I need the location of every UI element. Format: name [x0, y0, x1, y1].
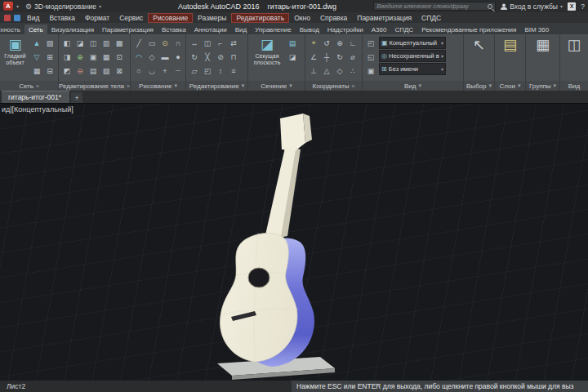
- workspace-switcher[interactable]: ⚙ 3D-моделирование ▾: [22, 2, 105, 11]
- ucs-tool-icon[interactable]: ⊕: [333, 36, 346, 50]
- solid-edit-tool-icon[interactable]: ⊡: [113, 50, 126, 64]
- viewport-canvas[interactable]: ид|[Концептуальный]: [0, 103, 588, 381]
- draw-tool-icon[interactable]: ◇: [145, 50, 158, 64]
- ucs-tool-icon[interactable]: ◇: [333, 64, 346, 78]
- mesh-tool-icon[interactable]: ⊟: [43, 64, 56, 78]
- viewport-icon[interactable]: ◫: [567, 37, 581, 53]
- help-icon[interactable]: ?: [581, 2, 585, 11]
- menu-servis[interactable]: Сервис: [114, 13, 148, 23]
- draw-tool-icon[interactable]: ○: [132, 64, 145, 78]
- draw-tool-icon[interactable]: ┈: [172, 64, 185, 78]
- section-tool-icon[interactable]: ▤: [286, 36, 299, 50]
- menu-okno[interactable]: Окно: [289, 13, 315, 23]
- tab-parametrizaciya[interactable]: Параметризация: [98, 24, 158, 34]
- panel-title-section[interactable]: Сечение▾: [248, 81, 305, 91]
- menu-razmery[interactable]: Размеры: [193, 13, 231, 23]
- menu-format[interactable]: Формат: [80, 13, 114, 23]
- solid-edit-tool-icon[interactable]: ▩: [113, 36, 126, 50]
- panel-title-layers[interactable]: Слои▾: [495, 81, 525, 91]
- ucs-tool-icon[interactable]: ⌖: [307, 36, 320, 50]
- panel-title-select[interactable]: Выбор▾: [464, 81, 494, 91]
- draw-tool-icon[interactable]: +: [158, 64, 172, 78]
- draw-tool-icon[interactable]: ∩: [172, 36, 185, 50]
- quick-access-icon-red[interactable]: [4, 15, 11, 21]
- viewport-tool-icon[interactable]: ◰: [364, 36, 377, 50]
- layers-icon[interactable]: ▤: [503, 37, 517, 53]
- solid-edit-tool-icon[interactable]: ◪: [74, 36, 87, 50]
- menu-risovanie[interactable]: Рисование: [148, 13, 193, 23]
- search-icon[interactable]: [488, 4, 492, 9]
- named-view-select[interactable]: ◎ Несохраненный вид ▾: [379, 50, 446, 62]
- menu-parametrizaciya[interactable]: Параметризация: [352, 13, 416, 23]
- draw-tool-icon[interactable]: ▬: [158, 50, 172, 64]
- solid-edit-tool-icon[interactable]: ▦: [100, 50, 113, 64]
- mesh-tool-icon[interactable]: ▨: [43, 36, 56, 50]
- panel-title-edit[interactable]: Редактирование▾: [186, 81, 247, 91]
- solid-edit-tool-icon[interactable]: ◧: [60, 36, 74, 50]
- draw-tool-icon[interactable]: ⊙: [158, 36, 172, 50]
- guitar-neck[interactable]: [265, 148, 301, 238]
- menu-vid[interactable]: Вид: [22, 13, 44, 23]
- modify-tool-icon[interactable]: ◰: [201, 64, 214, 78]
- viewport-tool-icon[interactable]: ▣: [364, 64, 377, 78]
- solid-edit-tool-icon[interactable]: ◩: [60, 64, 74, 78]
- tab-bim360[interactable]: BIM 360: [520, 24, 553, 34]
- panel-title-draw[interactable]: Рисование▾: [131, 81, 185, 91]
- solid-edit-tool-icon[interactable]: ⊠: [113, 64, 126, 78]
- tab-featured-apps[interactable]: Рекомендованные приложения: [417, 24, 520, 34]
- layout-tab[interactable]: Лист2: [0, 382, 32, 390]
- autocad-logo[interactable]: A: [3, 2, 13, 11]
- quick-access-icon-blue[interactable]: [14, 15, 20, 21]
- modify-tool-icon[interactable]: ◫: [201, 36, 214, 50]
- menu-redaktirovat[interactable]: Редактировать: [231, 13, 289, 23]
- exchange-apps-icon[interactable]: X: [568, 2, 576, 11]
- mesh-tool-icon[interactable]: ▦: [30, 64, 43, 78]
- guitar-body[interactable]: [220, 233, 297, 362]
- draw-tool-icon[interactable]: ●: [172, 50, 185, 64]
- tab-vid[interactable]: Вид: [231, 24, 251, 34]
- tab-spds[interactable]: СПДС: [390, 24, 417, 34]
- panel-title-solid-edit[interactable]: Редактирование тела»: [59, 81, 130, 91]
- ucs-tool-icon[interactable]: ↻: [333, 50, 346, 64]
- logo-dropdown-icon[interactable]: ▾: [16, 3, 19, 9]
- solid-edit-tool-icon[interactable]: ▧: [100, 64, 113, 78]
- ucs-tool-icon[interactable]: ∠: [307, 50, 320, 64]
- modify-tool-icon[interactable]: ⇄: [227, 36, 240, 50]
- tab-vstavka[interactable]: Вставка: [158, 24, 190, 34]
- ucs-select[interactable]: ⊞ Без имени ▾: [379, 63, 446, 75]
- tab-set[interactable]: Сеть: [24, 24, 47, 34]
- solid-edit-tool-icon[interactable]: ⊕: [74, 50, 87, 64]
- tab-vizualizaciya[interactable]: Визуализация: [47, 24, 98, 34]
- panel-title-groups[interactable]: Группы▾: [526, 81, 559, 91]
- draw-tool-icon[interactable]: ◠: [132, 50, 145, 64]
- modify-tool-icon[interactable]: ⊘: [214, 50, 227, 64]
- tab-vyvod[interactable]: Вывод: [296, 24, 323, 34]
- tab-nadstroyki[interactable]: Надстройки: [323, 24, 368, 34]
- guitar-headstock[interactable]: [280, 114, 312, 151]
- modify-tool-icon[interactable]: ╳: [201, 50, 214, 64]
- viewport-tool-icon[interactable]: ◱: [364, 50, 377, 64]
- panel-title-view[interactable]: Вид▾: [363, 81, 463, 91]
- draw-tool-icon[interactable]: ╱: [132, 36, 145, 50]
- new-tab-button[interactable]: +: [71, 92, 82, 103]
- modify-tool-icon[interactable]: ↻: [188, 50, 201, 64]
- panel-title-view-right[interactable]: Вид: [560, 81, 588, 91]
- ucs-tool-icon[interactable]: ∟: [346, 36, 359, 50]
- ucs-tool-icon[interactable]: ∴: [346, 64, 359, 78]
- sign-in-button[interactable]: Вход в службы ▾: [501, 2, 563, 11]
- ucs-tool-icon[interactable]: ⌀: [346, 50, 359, 64]
- search-input[interactable]: Введите ключевое слово/фразу: [373, 2, 496, 11]
- modify-tool-icon[interactable]: ↕: [214, 64, 227, 78]
- mesh-tool-icon[interactable]: ▽: [30, 50, 43, 64]
- modify-tool-icon[interactable]: ≡: [227, 64, 240, 78]
- tab-annotacii[interactable]: Аннотации: [190, 24, 231, 34]
- smooth-object-button[interactable]: ▣ Гладкий объект: [2, 36, 29, 79]
- solid-edit-tool-icon[interactable]: ⊖: [74, 64, 87, 78]
- solid-edit-tool-icon[interactable]: ▥: [100, 36, 113, 50]
- menu-spds[interactable]: СПДС: [416, 13, 446, 23]
- tab-upravlenie[interactable]: Управление: [251, 24, 295, 34]
- modify-tool-icon[interactable]: ↔: [188, 36, 201, 50]
- panel-title-coords[interactable]: Координаты»: [305, 81, 362, 91]
- visual-style-select[interactable]: ▣ Концептуальный ▾: [379, 37, 446, 49]
- modify-tool-icon[interactable]: ⊓: [227, 50, 240, 64]
